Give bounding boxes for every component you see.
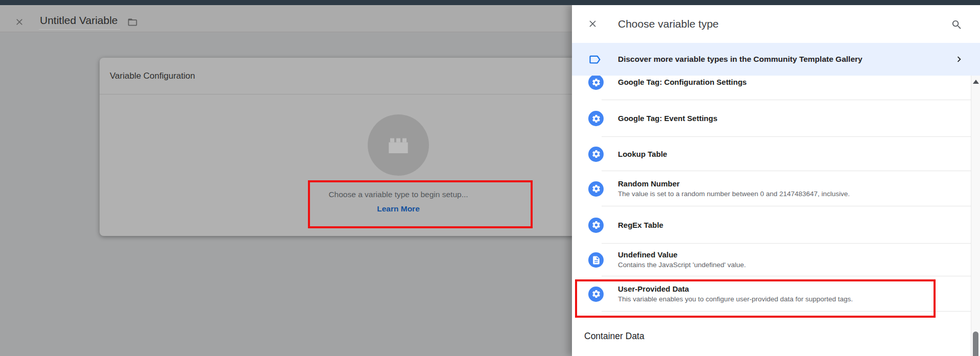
panel-title: Choose variable type	[618, 5, 719, 43]
panel-header: Choose variable type	[572, 5, 980, 43]
variable-type-description: This variable enables you to configure u…	[618, 295, 853, 304]
variable-type-title: Google Tag: Configuration Settings	[618, 78, 747, 87]
choose-variable-type-panel: Choose variable type Discover more varia…	[572, 5, 980, 356]
gear-icon	[588, 218, 604, 233]
row-divider	[602, 311, 971, 312]
variable-type-title: RegEx Table	[618, 221, 663, 230]
template-gallery-label-icon	[588, 53, 602, 66]
variable-type-title: Random Number	[618, 179, 850, 188]
gtm-variable-editor-screen: Untitled Variable Variable Configuration	[0, 0, 980, 356]
variable-type-title: Lookup Table	[618, 150, 667, 159]
gear-icon	[588, 181, 604, 197]
variable-type-row[interactable]: Random NumberThe value is set to a rando…	[572, 171, 971, 206]
variable-type-title: Google Tag: Event Settings	[618, 114, 718, 123]
search-icon[interactable]	[951, 19, 963, 31]
card-title: Variable Configuration	[110, 71, 195, 81]
variable-type-row[interactable]: User-Provided DataThis variable enables …	[572, 276, 971, 312]
gear-icon	[588, 76, 604, 90]
gear-icon	[588, 147, 604, 162]
variable-name-field[interactable]: Untitled Variable	[39, 14, 120, 30]
community-gallery-banner[interactable]: Discover more variable types in the Comm…	[572, 43, 980, 76]
top-dark-bar	[0, 0, 980, 5]
variable-type-row[interactable]: Undefined ValueContains the JavaScript '…	[572, 244, 971, 276]
banner-text: Discover more variable types in the Comm…	[618, 55, 863, 64]
scrollbar-thumb[interactable]	[973, 331, 978, 356]
variable-name-text: Untitled Variable	[40, 14, 118, 26]
variable-type-title: Undefined Value	[618, 250, 746, 259]
variable-type-row[interactable]: Google Tag: Configuration Settings	[572, 76, 971, 100]
close-editor-icon[interactable]	[14, 17, 25, 27]
scroll-up-arrow[interactable]	[973, 80, 979, 84]
gear-icon	[588, 111, 604, 126]
editor-header: Untitled Variable	[0, 5, 572, 32]
document-icon	[588, 252, 604, 268]
variable-type-row[interactable]: Google Tag: Event Settings	[572, 100, 971, 137]
close-panel-icon[interactable]	[587, 18, 598, 29]
variable-type-title: User-Provided Data	[618, 284, 853, 294]
variable-type-description: The value is set to a random number betw…	[618, 189, 850, 199]
variable-type-row[interactable]: Lookup Table	[572, 137, 971, 171]
brick-placeholder-icon	[368, 114, 429, 176]
section-header-container-data: Container Data	[572, 312, 971, 342]
variable-type-description: Contains the JavaScript 'undefined' valu…	[618, 260, 746, 270]
folder-icon[interactable]	[127, 17, 138, 28]
empty-state-message: Choose a variable type to begin setup...	[328, 190, 468, 199]
variable-type-row[interactable]: RegEx Table	[572, 206, 971, 244]
chevron-right-icon	[953, 54, 965, 65]
panel-scrollbar[interactable]	[971, 76, 980, 356]
gear-icon	[588, 287, 604, 302]
variable-type-list: Google Tag: Configuration SettingsGoogle…	[572, 76, 971, 356]
learn-more-link[interactable]: Learn More	[377, 204, 420, 213]
